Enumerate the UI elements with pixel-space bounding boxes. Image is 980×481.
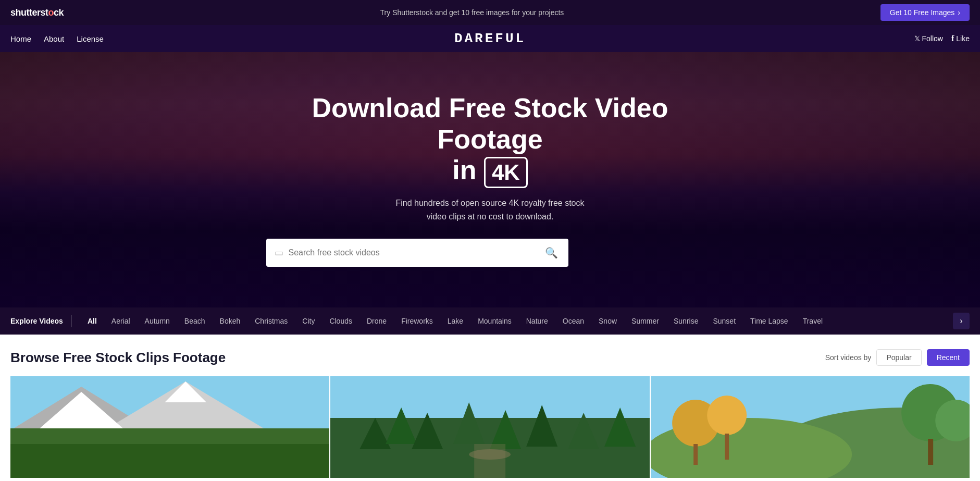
- search-icon: 🔍: [545, 247, 558, 258]
- follow-link[interactable]: Follow: [914, 34, 943, 43]
- category-list: All Aerial Autumn Beach Bokeh Christmas …: [80, 307, 949, 335]
- hero-subtitle: Find hundreds of open source 4K royalty …: [266, 196, 714, 223]
- category-all[interactable]: All: [80, 307, 104, 335]
- category-travel[interactable]: Travel: [796, 307, 830, 335]
- logo-highlight: o: [48, 7, 54, 18]
- sort-popular-button[interactable]: Popular: [876, 349, 921, 366]
- like-link[interactable]: Like: [951, 34, 970, 43]
- category-drone[interactable]: Drone: [359, 307, 394, 335]
- video-card-forest[interactable]: [330, 376, 649, 478]
- video-overlay-autumn: [651, 376, 970, 478]
- banner-message: Try Shutterstock and get 10 free images …: [64, 8, 880, 17]
- top-banner: shutterstock Try Shutterstock and get 10…: [0, 0, 980, 25]
- nav-home[interactable]: Home: [10, 34, 31, 43]
- chevron-right-icon: ›: [960, 316, 962, 326]
- nav-about[interactable]: About: [44, 34, 64, 43]
- category-fireworks[interactable]: Fireworks: [394, 307, 440, 335]
- category-summer[interactable]: Summer: [624, 307, 666, 335]
- category-ocean[interactable]: Ocean: [555, 307, 591, 335]
- category-city[interactable]: City: [295, 307, 322, 335]
- video-overlay: [10, 376, 329, 478]
- main-nav: Home About License DAREFUL Follow Like: [0, 25, 980, 52]
- nav-right: Follow Like: [914, 34, 970, 43]
- category-mountains[interactable]: Mountains: [470, 307, 519, 335]
- browse-header: Browse Free Stock Clips Footage Sort vid…: [10, 349, 970, 366]
- search-button[interactable]: 🔍: [543, 244, 560, 261]
- nav-left: Home About License: [10, 34, 104, 43]
- category-divider: [71, 315, 72, 327]
- sort-label: Sort videos by: [825, 353, 872, 362]
- brand-name: DAREFUL: [454, 31, 526, 46]
- category-autumn[interactable]: Autumn: [138, 307, 177, 335]
- sort-recent-button[interactable]: Recent: [927, 349, 970, 366]
- hero-section: Download Free Stock Video Footage in 4K …: [0, 52, 980, 307]
- browse-section: Browse Free Stock Clips Footage Sort vid…: [0, 335, 980, 481]
- search-bar: ▭ 🔍: [266, 239, 568, 267]
- category-sunset[interactable]: Sunset: [705, 307, 743, 335]
- video-card-autumn[interactable]: [651, 376, 970, 478]
- twitter-icon: [914, 34, 920, 43]
- get-free-images-button[interactable]: Get 10 Free Images ›: [880, 4, 970, 21]
- hero-title: Download Free Stock Video Footage in 4K: [266, 93, 714, 188]
- category-bokeh[interactable]: Bokeh: [213, 307, 248, 335]
- hero-content: Download Free Stock Video Footage in 4K …: [256, 93, 725, 267]
- video-icon: ▭: [275, 247, 283, 258]
- facebook-icon: [951, 34, 954, 43]
- category-nature[interactable]: Nature: [519, 307, 555, 335]
- video-card-mountain[interactable]: [10, 376, 329, 478]
- category-lake[interactable]: Lake: [440, 307, 470, 335]
- category-sunrise[interactable]: Sunrise: [666, 307, 705, 335]
- category-time-lapse[interactable]: Time Lapse: [743, 307, 796, 335]
- shutterstock-logo: shutterstock: [10, 7, 64, 18]
- video-grid: [10, 376, 970, 478]
- category-clouds[interactable]: Clouds: [322, 307, 359, 335]
- category-christmas[interactable]: Christmas: [247, 307, 295, 335]
- video-overlay-forest: [330, 376, 649, 478]
- category-bar: Explore Videos All Aerial Autumn Beach B…: [0, 307, 980, 335]
- category-beach[interactable]: Beach: [177, 307, 213, 335]
- search-input[interactable]: [289, 248, 538, 257]
- nav-license[interactable]: License: [77, 34, 104, 43]
- category-aerial[interactable]: Aerial: [104, 307, 138, 335]
- category-snow[interactable]: Snow: [591, 307, 624, 335]
- sort-area: Sort videos by Popular Recent: [825, 349, 970, 366]
- badge-4k: 4K: [484, 157, 528, 188]
- explore-label: Explore Videos: [10, 317, 63, 325]
- category-next-button[interactable]: ›: [953, 313, 970, 329]
- browse-title: Browse Free Stock Clips Footage: [10, 350, 226, 366]
